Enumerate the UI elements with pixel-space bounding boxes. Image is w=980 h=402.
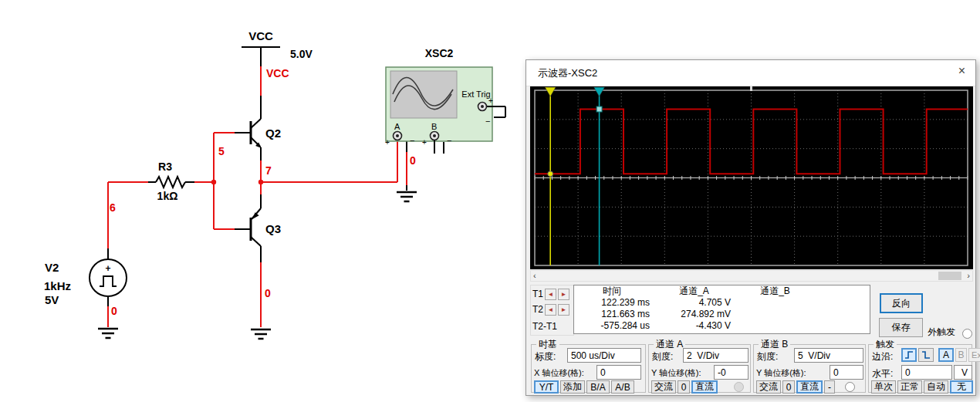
vcc-voltage-label: 5.0V <box>290 48 313 60</box>
transistor-q2[interactable]: Q2 <box>251 119 281 148</box>
t2-right-arrow-button[interactable]: ► <box>558 304 569 316</box>
mode-ba-button[interactable]: B/A <box>586 380 610 394</box>
ext-trig-label: Ext Trig <box>461 90 490 99</box>
mode-yt-button[interactable]: Y/T <box>534 380 559 394</box>
net-label-0-scope: 0 <box>410 154 416 167</box>
ground-scope[interactable] <box>397 192 417 201</box>
channel-b-radio[interactable] <box>845 382 855 392</box>
t1-left-arrow-button[interactable]: ◄ <box>545 289 556 300</box>
net-label-0-v2: 0 <box>111 305 117 317</box>
trigger-single-button[interactable]: 单次 <box>871 380 896 394</box>
trigger-none-button[interactable]: 无 <box>950 380 973 394</box>
save-button[interactable]: 保存 <box>879 318 923 337</box>
cursor-readout-table: 时间 通道_A 通道_B 122.239 ms4.705 V 121.663 m… <box>573 285 870 334</box>
channel-a-group: 通道 A 刻度: Y 轴位移(格): 交流 0 直流 <box>648 344 751 393</box>
channel-b-scale-input[interactable] <box>794 348 863 363</box>
trigger-normal-button[interactable]: 正常 <box>897 380 922 394</box>
reverse-button[interactable]: 反向 <box>880 293 923 313</box>
channel-a-ypos-label: Y 轴位移(格): <box>651 367 701 379</box>
oscilloscope-icon-xsc2[interactable]: XSC2 Ext Trig A + − B + − + − <box>385 47 505 154</box>
channel-b-zero-button[interactable]: 0 <box>782 380 795 394</box>
channel-a-scale-input[interactable] <box>683 348 749 363</box>
v2-freq-label: 1kHz <box>44 279 71 292</box>
channel-b-ypos-input[interactable] <box>830 365 863 380</box>
timebase-xpos-input[interactable] <box>596 365 641 380</box>
xsc2-label: XSC2 <box>425 47 454 59</box>
a-minus: − <box>410 136 414 145</box>
trigger-level-unit[interactable] <box>954 365 972 380</box>
junction-node7 <box>259 180 263 184</box>
channel-a-scale-label: 刻度: <box>652 350 673 363</box>
channel-b-scale-label: 刻度: <box>757 350 778 363</box>
channel-a-dc-button[interactable]: 直流 <box>691 380 718 394</box>
terminal-a-label: A <box>394 122 400 131</box>
net-label-0-q3: 0 <box>265 287 271 299</box>
t2-left-arrow-button[interactable]: ◄ <box>545 304 556 316</box>
trigger-group-title: 触发 <box>874 338 897 351</box>
window-titlebar[interactable]: 示波器-XSC2 × <box>526 60 975 86</box>
vcc-power-symbol[interactable]: VCC 5.0V <box>242 29 313 66</box>
timebase-xpos-label: X 轴位移(格): <box>534 367 584 379</box>
trigger-source-a-button[interactable]: A <box>938 348 954 362</box>
scrollbar-thumb[interactable] <box>938 272 961 280</box>
rising-edge-icon <box>904 350 914 360</box>
source-v2[interactable]: + V2 1kHz 5V <box>44 259 127 306</box>
v2-plus-sign: + <box>105 263 110 274</box>
edge-falling-button[interactable] <box>918 348 934 362</box>
t1-right-arrow-button[interactable]: ► <box>558 289 569 300</box>
wires <box>108 66 407 327</box>
resistor-r3[interactable]: R3 1kΩ <box>156 160 185 202</box>
scroll-right-icon[interactable]: › <box>967 271 970 281</box>
scroll-left-icon[interactable]: ‹ <box>533 271 536 281</box>
channel-a-radio[interactable] <box>734 382 744 392</box>
channel-b-minus-button[interactable]: - <box>824 380 835 394</box>
col-header-channel-a: 通道_A <box>657 285 738 297</box>
t2-label: T2 <box>532 304 543 315</box>
channel-a-ac-button[interactable]: 交流 <box>651 380 676 394</box>
r3-value-label: 1kΩ <box>157 190 178 202</box>
col-header-channel-b: 通道_B <box>738 285 819 297</box>
mode-ab-button[interactable]: A/B <box>611 380 634 394</box>
oscilloscope-window: 示波器-XSC2 × ‹ › T1 ◄ ► T2 ◄ ► T2-T1 时间 通道… <box>525 59 976 396</box>
ext-minus: − <box>485 117 490 126</box>
channel-a-zero-button[interactable]: 0 <box>678 380 690 394</box>
b-minus: − <box>447 136 451 145</box>
ext-plus: + <box>488 96 493 105</box>
cursor-stepper-block: T1 ◄ ► T2 ◄ ► T2-T1 <box>530 285 574 336</box>
ground-v2[interactable] <box>98 329 118 338</box>
col-header-time: 时间 <box>574 285 657 297</box>
channel-b-group: 通道 B 刻度: Y 轴位移(格): 交流 0 直流 - <box>753 344 866 393</box>
q2-label: Q2 <box>265 127 281 140</box>
channel-a-ypos-input[interactable] <box>714 365 749 380</box>
net-label-7: 7 <box>265 164 272 177</box>
trigger-level-label: 水平: <box>872 367 893 380</box>
trigger-auto-button[interactable]: 自动 <box>924 380 948 394</box>
timebase-group: 时基 标度: X 轴位移(格): Y/T 添加 B/A A/B <box>531 344 646 393</box>
horizontal-scrollbar[interactable]: ‹ › <box>530 270 973 282</box>
channel-b-ac-button[interactable]: 交流 <box>756 380 781 394</box>
channel-a-group-title: 通道 A <box>654 338 685 351</box>
ground-q3[interactable] <box>251 329 271 339</box>
timebase-scale-label: 标度: <box>535 350 556 363</box>
scope-display[interactable] <box>530 86 973 269</box>
transistor-q3[interactable]: Q3 <box>251 208 281 246</box>
edge-rising-button[interactable] <box>901 348 917 362</box>
mode-add-button[interactable]: 添加 <box>560 380 585 394</box>
close-icon[interactable]: × <box>958 65 965 77</box>
timebase-scale-input[interactable] <box>567 348 641 363</box>
trigger-source-ext-button[interactable]: Ext <box>968 348 980 362</box>
b-plus: + <box>422 138 427 147</box>
trigger-source-b-button[interactable]: B <box>955 348 967 362</box>
trigger-group: 触发 边沿: A B Ext 水平: 单次 正常 自动 无 <box>868 344 972 393</box>
t1-label: T1 <box>532 289 543 299</box>
net-label-6: 6 <box>110 201 116 214</box>
trigger-level-input[interactable] <box>901 365 952 380</box>
q3-emitter-arrow <box>252 212 259 219</box>
net-label-vcc: VCC <box>266 67 289 79</box>
channel-b-dc-button[interactable]: 直流 <box>796 380 823 394</box>
scope-screen-svg[interactable] <box>530 86 973 269</box>
timebase-group-title: 时基 <box>536 338 559 351</box>
channel-b-group-title: 通道 B <box>759 338 790 351</box>
readout-row-t2: 121.663 ms274.892 mV <box>574 309 870 320</box>
ext-trigger-radio[interactable] <box>962 329 972 339</box>
